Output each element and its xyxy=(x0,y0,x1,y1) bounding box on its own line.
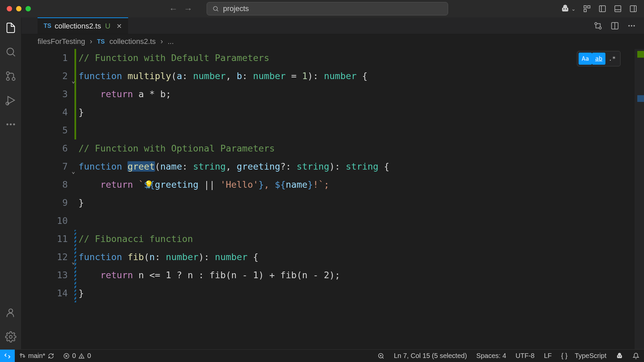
selected-text: greet xyxy=(127,161,155,172)
explorer-icon[interactable] xyxy=(5,22,16,34)
svg-line-12 xyxy=(13,54,15,56)
search-text: projects xyxy=(223,4,249,13)
svg-point-18 xyxy=(6,123,8,125)
close-window[interactable] xyxy=(7,6,12,11)
breadcrumb-folder[interactable]: filesForTesting xyxy=(38,37,85,46)
typescript-file-icon: TS xyxy=(44,22,51,29)
toggle-secondary-sidebar-icon[interactable] xyxy=(629,5,637,13)
maximize-window[interactable] xyxy=(25,6,31,11)
fold-icon[interactable]: ⌄ xyxy=(71,162,75,180)
gutter: 1 2⌄ 3 4 5 6 7⌄ 8 9 10 11 12⌄ 13 14 xyxy=(21,49,78,349)
svg-point-15 xyxy=(6,77,9,80)
svg-line-1 xyxy=(217,10,218,11)
svg-point-0 xyxy=(213,6,217,10)
code-lines[interactable]: // Function with Default Parameters func… xyxy=(78,49,644,349)
svg-point-21 xyxy=(9,309,12,313)
breadcrumb-file[interactable]: collections2.ts xyxy=(109,37,156,46)
zoom-icon[interactable] xyxy=(373,353,389,359)
tab-filename: collections2.ts xyxy=(55,22,101,31)
svg-point-27 xyxy=(628,25,630,26)
tab-git-status: U xyxy=(105,22,110,31)
svg-line-40 xyxy=(382,357,383,358)
svg-rect-9 xyxy=(630,6,636,12)
nav-back[interactable]: ← xyxy=(169,4,178,14)
fold-icon[interactable]: ⌄ xyxy=(71,72,75,90)
svg-rect-3 xyxy=(588,6,590,8)
toggle-sidebar-icon[interactable] xyxy=(598,5,606,13)
lightbulb-icon[interactable]: 💡 xyxy=(144,176,153,194)
toggle-panel-icon[interactable] xyxy=(614,5,622,13)
more-icon[interactable] xyxy=(5,119,16,130)
breadcrumb[interactable]: filesForTesting › TS collections2.ts › .… xyxy=(21,34,644,49)
command-center[interactable]: projects xyxy=(207,2,448,15)
nav-forward[interactable]: → xyxy=(184,4,193,14)
minimize-window[interactable] xyxy=(16,6,21,11)
svg-point-23 xyxy=(595,22,597,25)
breadcrumb-separator: › xyxy=(90,37,92,46)
fold-icon[interactable]: ⌄ xyxy=(71,253,75,271)
whole-word-button[interactable]: ab xyxy=(592,53,605,65)
svg-point-14 xyxy=(12,77,15,80)
tab-collections2[interactable]: TS collections2.ts U ✕ xyxy=(38,17,128,34)
editor: TS collections2.ts U ✕ filesForTesting › xyxy=(21,17,644,349)
svg-point-19 xyxy=(10,123,12,125)
svg-point-13 xyxy=(6,72,9,75)
git-branch[interactable]: main* xyxy=(15,352,59,360)
layout-customize-icon[interactable] xyxy=(583,5,591,13)
svg-point-36 xyxy=(82,357,82,358)
svg-rect-2 xyxy=(584,6,586,8)
breadcrumb-separator: › xyxy=(160,37,163,46)
window-controls xyxy=(7,6,31,11)
code-viewport[interactable]: Aa ab .* 1 2⌄ 3 4 5 6 7⌄ 8 9 10 11 12⌄ 1… xyxy=(21,49,644,349)
remote-indicator[interactable] xyxy=(0,350,15,362)
run-debug-icon[interactable] xyxy=(5,95,16,106)
svg-rect-7 xyxy=(615,6,621,12)
svg-rect-5 xyxy=(599,6,605,12)
compare-changes-icon[interactable] xyxy=(594,21,602,30)
close-tab-icon[interactable]: ✕ xyxy=(116,22,122,30)
match-case-button[interactable]: Aa xyxy=(579,53,592,65)
account-icon[interactable] xyxy=(5,307,16,318)
svg-point-22 xyxy=(9,336,12,339)
svg-point-31 xyxy=(23,356,25,357)
search-activity-icon[interactable] xyxy=(5,46,16,58)
svg-point-28 xyxy=(631,25,632,26)
svg-point-11 xyxy=(7,48,13,55)
typescript-file-icon: TS xyxy=(97,38,105,45)
search-icon xyxy=(212,5,219,12)
regex-button[interactable]: .* xyxy=(605,53,619,65)
settings-gear-icon[interactable] xyxy=(5,331,16,343)
titlebar: ← → projects ⌄ xyxy=(0,0,644,17)
source-control-icon[interactable] xyxy=(5,70,16,82)
problems[interactable]: 0 0 xyxy=(59,352,96,360)
encoding[interactable]: UTF-8 xyxy=(511,352,539,360)
svg-point-30 xyxy=(20,354,22,355)
find-options: Aa ab .* xyxy=(577,51,621,66)
language-mode[interactable]: { } TypeScript xyxy=(556,352,611,360)
svg-point-24 xyxy=(599,27,601,29)
tabs: TS collections2.ts U ✕ xyxy=(21,17,644,34)
cursor-position[interactable]: Ln 7, Col 15 (5 selected) xyxy=(389,352,472,360)
breadcrumb-more[interactable]: ... xyxy=(168,37,174,46)
sync-icon[interactable] xyxy=(48,353,54,359)
svg-point-20 xyxy=(13,123,15,125)
notifications-icon[interactable] xyxy=(628,353,644,359)
more-actions-icon[interactable] xyxy=(627,21,636,30)
eol[interactable]: LF xyxy=(539,352,556,360)
copilot-status-icon[interactable] xyxy=(611,352,628,360)
svg-point-29 xyxy=(633,25,635,26)
indentation[interactable]: Spaces: 4 xyxy=(472,352,511,360)
activity-bar xyxy=(0,17,21,349)
statusbar: main* 0 0 Ln 7, Col 15 (5 selected) Spac… xyxy=(0,349,644,362)
copilot-icon[interactable]: ⌄ xyxy=(560,4,576,13)
svg-rect-4 xyxy=(584,9,586,12)
split-editor-icon[interactable] xyxy=(610,21,619,30)
minimap[interactable] xyxy=(635,49,644,349)
